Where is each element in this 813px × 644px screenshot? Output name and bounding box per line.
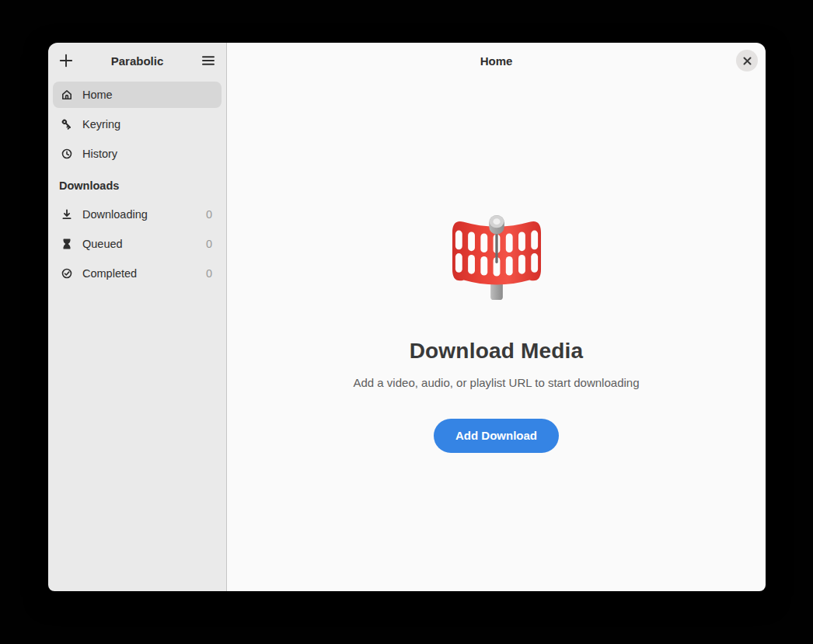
key-icon [61, 118, 73, 131]
empty-state-subtitle: Add a video, audio, or playlist URL to s… [354, 376, 640, 389]
completed-count-badge: 0 [206, 267, 212, 280]
sidebar-item-label: Keyring [82, 118, 120, 131]
sidebar-item-label: Home [82, 89, 113, 101]
add-download-header-button[interactable] [53, 47, 79, 74]
parabolic-app-icon [448, 213, 546, 303]
main-menu-button[interactable] [195, 47, 222, 74]
sidebar-item-label: Completed [82, 267, 137, 280]
queued-count-badge: 0 [206, 238, 212, 250]
page-title: Home [480, 54, 513, 68]
sidebar-header: Parabolic [48, 43, 226, 78]
main-headerbar: Home [227, 43, 766, 78]
sidebar-item-queued[interactable]: Queued 0 [53, 231, 222, 257]
sidebar-item-completed[interactable]: Completed 0 [53, 260, 222, 287]
sidebar-item-keyring[interactable]: Keyring [53, 111, 222, 138]
add-download-button[interactable]: Add Download [434, 419, 559, 453]
sidebar-item-downloading[interactable]: Downloading 0 [53, 201, 222, 228]
home-icon [61, 89, 73, 101]
sidebar-item-history[interactable]: History [53, 141, 222, 167]
download-icon [61, 208, 73, 221]
sidebar: Parabolic Home [48, 43, 227, 591]
plus-icon [58, 53, 74, 68]
sidebar-item-label: Downloading [82, 208, 148, 221]
sidebar-title: Parabolic [79, 54, 195, 68]
hamburger-menu-icon [201, 53, 216, 68]
window-close-button[interactable] [736, 50, 758, 71]
sidebar-item-home[interactable]: Home [53, 82, 222, 108]
sidebar-item-label: History [82, 148, 117, 160]
downloading-count-badge: 0 [206, 208, 212, 221]
history-clock-icon [61, 148, 73, 160]
hourglass-icon [61, 238, 73, 250]
app-window: Parabolic Home [48, 43, 766, 591]
empty-state: Download Media Add a video, audio, or pl… [227, 78, 766, 591]
downloads-section-label: Downloads [53, 179, 222, 192]
sidebar-nav: Home Keyring [48, 78, 226, 293]
sidebar-item-label: Queued [82, 238, 123, 250]
main-pane: Home [227, 43, 766, 591]
close-icon [742, 56, 752, 66]
check-circle-icon [61, 267, 73, 280]
empty-state-title: Download Media [410, 339, 584, 364]
